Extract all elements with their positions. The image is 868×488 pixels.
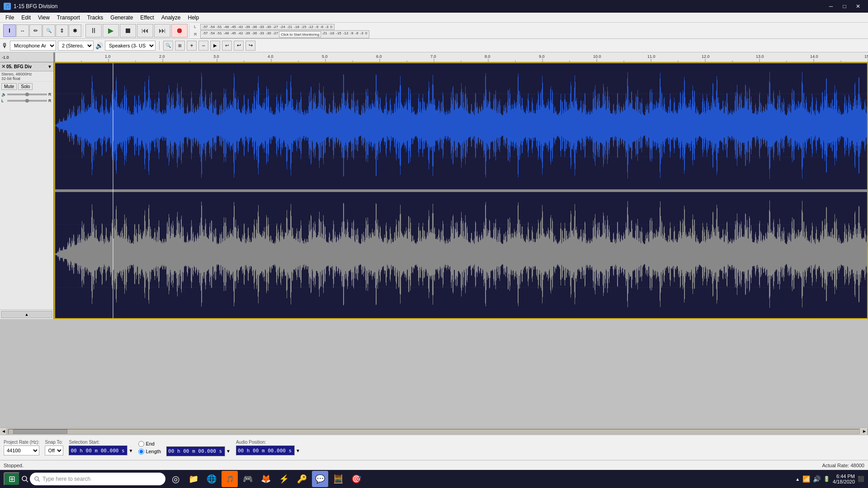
taskbar-key-button[interactable]: 🔑	[294, 471, 310, 487]
click-to-monitor-button[interactable]: Click to Start Monitoring	[279, 31, 321, 38]
zoom-fit-button[interactable]: 🔍	[163, 41, 173, 51]
scroll-track[interactable]	[8, 429, 860, 434]
pan-left-label: L	[1, 99, 6, 103]
end-length-group: End Length	[138, 441, 161, 455]
speaker-dropdown[interactable]: Speakers (3- US	[105, 41, 156, 51]
length-radio[interactable]	[138, 449, 144, 455]
microphone-icon: 🎙	[2, 42, 8, 49]
track-collapse-area: ▲	[0, 310, 53, 319]
zoom-in-button[interactable]: +	[187, 41, 197, 51]
vu-r-label: R	[194, 32, 200, 37]
scroll-right-button[interactable]: ▶	[861, 428, 868, 435]
toolbar-row1: I ↔ ✏ 🔍 ⇕ ✱ ⏸ ▶ ⏹ ⏮ ⏭ ⏺ L -57 -54 -51	[0, 23, 868, 39]
menu-tracks[interactable]: Tracks	[84, 14, 107, 22]
scroll-thumb[interactable]	[13, 429, 67, 434]
menu-help[interactable]: Help	[184, 14, 203, 22]
tray-chevron[interactable]: ▲	[795, 477, 800, 482]
taskbar-app3-button[interactable]: 🎯	[348, 471, 364, 487]
tray-speaker-icon[interactable]: 🔊	[813, 475, 821, 483]
system-tray: ▲ 📶 🔊 🔋 6:44 PM 4/18/2020 ⬛	[795, 474, 864, 484]
end-value-group: ▼	[166, 439, 231, 456]
menu-bar: File Edit View Transport Tracks Generate…	[0, 13, 868, 23]
taskbar-discord-button[interactable]: 💬	[312, 471, 328, 487]
length-radio-row: Length	[138, 449, 161, 455]
project-rate-label: Project Rate (Hz):	[4, 440, 39, 445]
search-icon-taskbar[interactable]	[22, 473, 28, 485]
track-menu-arrow[interactable]: ▼	[47, 64, 52, 69]
selection-start-label: Selection Start:	[69, 440, 133, 445]
undo-button[interactable]: ↩	[234, 41, 244, 51]
status-bar: Project Rate (Hz): 44100 Snap To: Off Se…	[0, 435, 868, 460]
play-cursor-button[interactable]: ▶	[210, 41, 220, 51]
menu-edit[interactable]: Edit	[18, 14, 34, 22]
menu-view[interactable]: View	[34, 14, 53, 22]
timeshift-tool-button[interactable]: ⇕	[56, 24, 68, 37]
taskbar-app2-button[interactable]: ⚡	[276, 471, 292, 487]
tray-battery-icon: 🔋	[823, 476, 830, 482]
cursor-tool-button[interactable]: I	[3, 24, 16, 37]
redo-button[interactable]: ↪	[245, 41, 255, 51]
taskbar-music1-button[interactable]: 🎵	[222, 471, 238, 487]
taskbar-search-bar[interactable]: Type here to search	[30, 473, 165, 485]
selection-start-dropdown-arrow[interactable]: ▼	[128, 448, 133, 453]
taskbar-files-button[interactable]: 📁	[185, 471, 202, 487]
fit-selection-button[interactable]: ⊞	[175, 41, 185, 51]
audio-position-input[interactable]	[236, 446, 295, 455]
tray-wifi-icon[interactable]: 📶	[802, 475, 810, 483]
track-close-x[interactable]: ✕	[1, 64, 5, 70]
audio-position-dropdown-arrow[interactable]: ▼	[296, 448, 300, 453]
channels-dropdown[interactable]: 2 (Stereo,	[58, 41, 94, 51]
waveform-canvas[interactable]	[54, 62, 868, 319]
start-button[interactable]: ⊞	[4, 472, 20, 486]
microphone-dropdown[interactable]: Microphone Ar	[10, 41, 56, 51]
menu-effect[interactable]: Effect	[137, 14, 157, 22]
taskbar-game-button[interactable]: 🎮	[240, 471, 256, 487]
snap-to-dropdown[interactable]: Off	[45, 446, 63, 455]
mute-button[interactable]: Mute	[1, 83, 17, 90]
menu-generate[interactable]: Generate	[107, 14, 137, 22]
menu-analyze[interactable]: Analyze	[158, 14, 184, 22]
minimize-button[interactable]: ─	[825, 1, 837, 11]
zoom-out-button[interactable]: −	[198, 41, 208, 51]
end-radio[interactable]	[138, 441, 144, 447]
selection-start-input[interactable]	[69, 446, 127, 455]
close-button[interactable]: ✕	[852, 1, 864, 11]
scroll-left-button[interactable]: ◀	[0, 428, 7, 435]
end-value-dropdown-arrow[interactable]: ▼	[226, 449, 231, 454]
zoom-tool-button[interactable]: 🔍	[42, 24, 55, 37]
clock-area[interactable]: 6:44 PM 4/18/2020	[833, 474, 855, 484]
skip-forward-button[interactable]: ⏭	[154, 24, 170, 38]
draw-tool-button[interactable]: ✏	[29, 24, 42, 37]
end-value-input[interactable]	[166, 446, 225, 456]
stop-button[interactable]: ⏹	[120, 24, 136, 38]
taskbar-chrome-button[interactable]: 🌐	[203, 471, 220, 487]
selection-start-group: Selection Start: ▼	[69, 440, 133, 455]
volume-icon: 🔉	[1, 92, 6, 97]
title-bar-left: 🎵 1-15 BFG Division	[4, 3, 57, 10]
audio-position-input-wrap: ▼	[236, 446, 300, 455]
maximize-button[interactable]: □	[838, 1, 851, 11]
vu-scale-bottom: R -57 -54 -51 -48 -45 -42 -39 -36 -33 -3…	[194, 31, 369, 38]
clock-date: 4/18/2020	[833, 479, 855, 484]
taskbar: ⊞ Type here to search ◎ 📁 🌐 🎵 🎮 🦊 ⚡ 🔑 💬 …	[0, 470, 868, 488]
volume-slider[interactable]	[7, 94, 47, 95]
track-name: 05. BFG Div	[5, 64, 47, 69]
record-button[interactable]: ⏺	[171, 24, 188, 38]
solo-button[interactable]: Solo	[18, 83, 33, 90]
play-button[interactable]: ▶	[103, 24, 119, 38]
taskbar-cortana-button[interactable]: ◎	[167, 471, 184, 487]
pan-slider[interactable]	[7, 100, 47, 102]
notification-button[interactable]: ⬛	[858, 476, 864, 482]
skip-back-button[interactable]: ⏮	[137, 24, 153, 38]
taskbar-app1-button[interactable]: 🦊	[258, 471, 274, 487]
multitool-button[interactable]: ✱	[69, 24, 81, 37]
select-tool-button[interactable]: ↔	[16, 24, 29, 37]
track-collapse-button[interactable]: ▲	[1, 311, 52, 318]
loop-button[interactable]: ↩	[222, 41, 232, 51]
taskbar-calc-button[interactable]: 🧮	[330, 471, 346, 487]
menu-transport[interactable]: Transport	[53, 14, 84, 22]
pause-button[interactable]: ⏸	[85, 24, 102, 38]
end-radio-row: End	[138, 441, 161, 447]
menu-file[interactable]: File	[2, 14, 18, 22]
project-rate-dropdown[interactable]: 44100	[4, 446, 39, 455]
